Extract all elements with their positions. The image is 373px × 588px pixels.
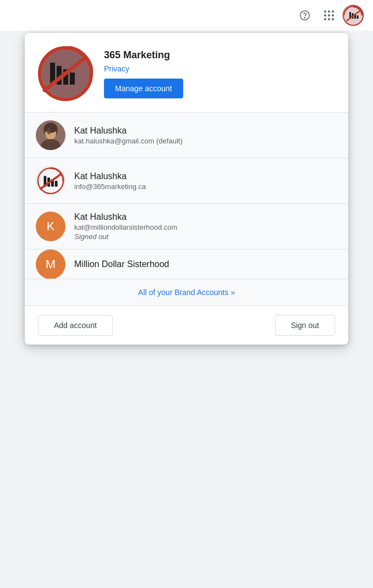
privacy-link[interactable]: Privacy <box>104 64 183 73</box>
account-avatar-1 <box>36 120 65 150</box>
help-icon-button[interactable] <box>294 4 316 26</box>
footer-buttons: Add account Sign out <box>25 306 348 345</box>
top-bar <box>0 0 373 31</box>
account-avatar-4: M <box>36 249 65 279</box>
account-display-name-3: Kat Halushka <box>74 212 177 222</box>
account-details-1: Kat Halushka kat.halushka@gmail.com (def… <box>74 126 183 145</box>
sign-out-button[interactable]: Sign out <box>275 315 335 336</box>
account-avatar-2 <box>36 166 65 196</box>
account-email-1: kat.halushka@gmail.com (default) <box>74 137 183 145</box>
account-item-mds[interactable]: K Kat Halushka kat@milliondollarsisterho… <box>25 204 348 249</box>
svg-point-1 <box>304 18 305 18</box>
account-item-mds-brand[interactable]: M Million Dollar Sisterhood <box>25 249 348 279</box>
svg-rect-16 <box>70 73 75 85</box>
add-account-button[interactable]: Add account <box>38 315 113 336</box>
manage-account-button[interactable]: Manage account <box>104 79 183 98</box>
brand-accounts-link[interactable]: All of your Brand Accounts » <box>138 288 235 297</box>
account-display-name-4: Million Dollar Sisterhood <box>74 259 169 269</box>
account-signed-out-label: Signed out <box>74 232 177 241</box>
account-item-365marketing[interactable]: Kat Halushka info@365marketing.ca <box>25 158 348 204</box>
account-avatar-button[interactable] <box>342 4 364 26</box>
account-header: 365 Marketing Privacy Manage account <box>25 33 348 113</box>
svg-point-0 <box>300 11 310 20</box>
account-details-2: Kat Halushka info@365marketing.ca <box>74 171 146 191</box>
brand-accounts-row[interactable]: All of your Brand Accounts » <box>25 279 348 306</box>
apps-icon-button[interactable] <box>318 4 340 26</box>
account-details-3: Kat Halushka kat@milliondollarsisterhood… <box>74 212 177 241</box>
brand-avatar-logo <box>342 4 364 26</box>
account-email-2: info@365marketing.ca <box>74 182 146 191</box>
svg-rect-30 <box>55 181 58 187</box>
account-display-name-1: Kat Halushka <box>74 126 183 136</box>
account-popup: 365 Marketing Privacy Manage account <box>25 33 348 345</box>
grid-icon <box>324 10 334 20</box>
account-name: 365 Marketing <box>104 49 183 61</box>
account-details-4: Million Dollar Sisterhood <box>74 259 169 269</box>
account-email-3: kat@milliondollarsisterhood.com <box>74 223 177 231</box>
brand-logo-large <box>38 46 93 101</box>
account-list: Kat Halushka kat.halushka@gmail.com (def… <box>25 113 348 306</box>
account-item-gmail[interactable]: Kat Halushka kat.halushka@gmail.com (def… <box>25 113 348 158</box>
svg-rect-7 <box>357 15 359 19</box>
account-display-name-2: Kat Halushka <box>74 171 146 181</box>
account-info: 365 Marketing Privacy Manage account <box>104 49 183 98</box>
svg-point-24 <box>47 128 51 135</box>
account-avatar-3: K <box>36 212 65 241</box>
